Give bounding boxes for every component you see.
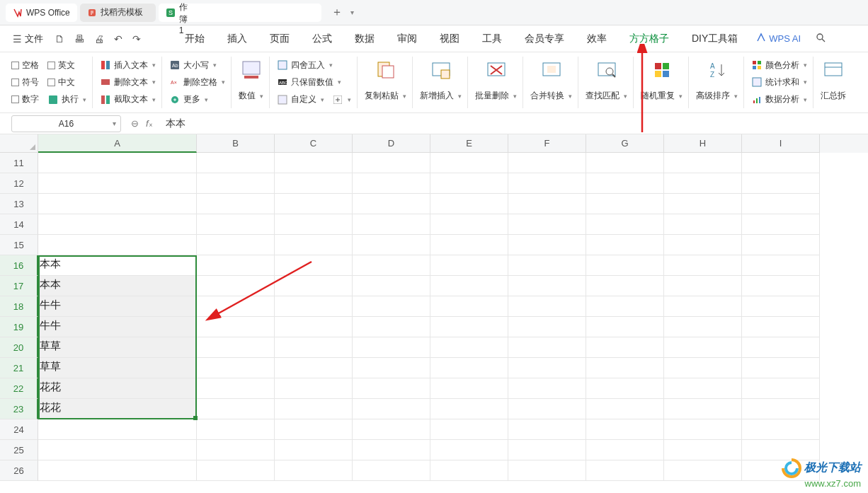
tab-view[interactable]: 视图: [438, 30, 461, 48]
cell-B15[interactable]: [197, 235, 275, 255]
cell-H13[interactable]: [664, 194, 742, 214]
cell-E17[interactable]: [430, 276, 508, 296]
cell-F16[interactable]: [508, 255, 586, 276]
row-header-20[interactable]: 20: [0, 337, 38, 358]
cell-I24[interactable]: [742, 419, 820, 440]
add-tab-button[interactable]: ＋: [329, 4, 346, 21]
cell-G15[interactable]: [586, 235, 664, 255]
cell-A13[interactable]: [38, 194, 197, 214]
cell-A16[interactable]: 本本: [38, 255, 197, 276]
row-header-24[interactable]: 24: [0, 419, 38, 440]
row-header-17[interactable]: 17: [0, 276, 38, 296]
btn-round[interactable]: 四舍五入▾: [277, 57, 351, 74]
btn-copypaste[interactable]: 复制粘贴▾: [365, 88, 406, 105]
cell-A23[interactable]: 花花: [38, 399, 197, 419]
cell-A15[interactable]: [38, 235, 197, 255]
cell-F17[interactable]: [508, 276, 586, 296]
cell-D20[interactable]: [353, 337, 430, 358]
col-header-A[interactable]: A: [38, 134, 197, 153]
cell-C26[interactable]: [275, 460, 353, 481]
cell-C20[interactable]: [275, 337, 353, 358]
cell-G11[interactable]: [586, 153, 664, 173]
btn-delspace[interactable]: A×删除空格▾: [169, 74, 225, 91]
row-header-19[interactable]: 19: [0, 317, 38, 337]
cell-C13[interactable]: [275, 194, 353, 214]
cell-H26[interactable]: [664, 460, 742, 481]
cell-B21[interactable]: [197, 358, 275, 378]
col-header-C[interactable]: C: [275, 134, 353, 153]
btn-execute[interactable]: 执行▾: [47, 91, 86, 108]
chk-space[interactable]: 空格: [11, 57, 39, 74]
save-icon[interactable]: 🖶: [74, 33, 84, 45]
btn-extract-text[interactable]: 截取文本▾: [100, 91, 156, 108]
btn-sum[interactable]: 统计求和▾: [751, 74, 807, 91]
cancel-icon[interactable]: ⊖: [131, 118, 139, 129]
tab-efficiency[interactable]: 效率: [586, 30, 608, 48]
redo-icon[interactable]: ↷: [132, 33, 141, 45]
cell-G16[interactable]: [586, 255, 664, 276]
tab-workbook[interactable]: S 工作簿1: [159, 4, 321, 22]
cell-H23[interactable]: [664, 399, 742, 419]
btn-batchdel[interactable]: 批量删除▾: [475, 88, 517, 105]
btn-delete-text[interactable]: 删除文本▾: [100, 74, 156, 91]
cell-H14[interactable]: [664, 214, 742, 235]
chk-number[interactable]: 数字: [11, 91, 39, 108]
cell-A12[interactable]: [38, 173, 197, 194]
plus-icon[interactable]: [332, 94, 343, 105]
cell-B12[interactable]: [197, 173, 275, 194]
btn-more[interactable]: 更多▾: [169, 91, 225, 108]
cell-B18[interactable]: [197, 296, 275, 317]
cell-D16[interactable]: [353, 255, 430, 276]
cell-H25[interactable]: [664, 440, 742, 460]
cell-E13[interactable]: [430, 194, 508, 214]
cell-G13[interactable]: [586, 194, 664, 214]
cell-C16[interactable]: [275, 255, 353, 276]
cell-C23[interactable]: [275, 399, 353, 419]
cell-I16[interactable]: [742, 255, 820, 276]
wps-ai-button[interactable]: WPS AI: [756, 33, 801, 45]
cell-H21[interactable]: [664, 358, 742, 378]
cell-G26[interactable]: [586, 460, 664, 481]
cell-G14[interactable]: [586, 214, 664, 235]
row-header-12[interactable]: 12: [0, 173, 38, 194]
cell-I15[interactable]: [742, 235, 820, 255]
cell-D21[interactable]: [353, 358, 430, 378]
cell-B19[interactable]: [197, 317, 275, 337]
name-box[interactable]: A16 ▾: [11, 115, 121, 132]
cell-H11[interactable]: [664, 153, 742, 173]
cell-F24[interactable]: [508, 419, 586, 440]
cell-E14[interactable]: [430, 214, 508, 235]
btn-keepnum[interactable]: ABC只保留数值▾: [277, 74, 351, 91]
formula-input[interactable]: 本本: [163, 117, 868, 130]
cell-E15[interactable]: [430, 235, 508, 255]
cell-F21[interactable]: [508, 358, 586, 378]
row-header-22[interactable]: 22: [0, 378, 38, 399]
cell-G24[interactable]: [586, 419, 664, 440]
cell-C19[interactable]: [275, 317, 353, 337]
tab-review[interactable]: 审阅: [396, 30, 418, 48]
cell-D12[interactable]: [353, 173, 430, 194]
cell-C18[interactable]: [275, 296, 353, 317]
cell-A20[interactable]: 草草: [38, 337, 197, 358]
cell-H22[interactable]: [664, 378, 742, 399]
cell-A14[interactable]: [38, 214, 197, 235]
col-header-E[interactable]: E: [430, 134, 508, 153]
cell-H24[interactable]: [664, 419, 742, 440]
cell-G21[interactable]: [586, 358, 664, 378]
btn-findmatch[interactable]: 查找匹配▾: [586, 88, 627, 105]
cell-F19[interactable]: [508, 317, 586, 337]
row-header-18[interactable]: 18: [0, 296, 38, 317]
cell-A24[interactable]: [38, 419, 197, 440]
cell-H12[interactable]: [664, 173, 742, 194]
cell-F20[interactable]: [508, 337, 586, 358]
cell-C11[interactable]: [275, 153, 353, 173]
cell-A22[interactable]: 花花: [38, 378, 197, 399]
cell-B11[interactable]: [197, 153, 275, 173]
cell-C14[interactable]: [275, 214, 353, 235]
search-icon[interactable]: [815, 32, 826, 45]
btn-addins[interactable]: 新增插入▾: [420, 88, 462, 105]
cell-F25[interactable]: [508, 440, 586, 460]
cell-G12[interactable]: [586, 173, 664, 194]
chk-english[interactable]: 英文: [47, 57, 86, 74]
row-header-13[interactable]: 13: [0, 194, 38, 214]
